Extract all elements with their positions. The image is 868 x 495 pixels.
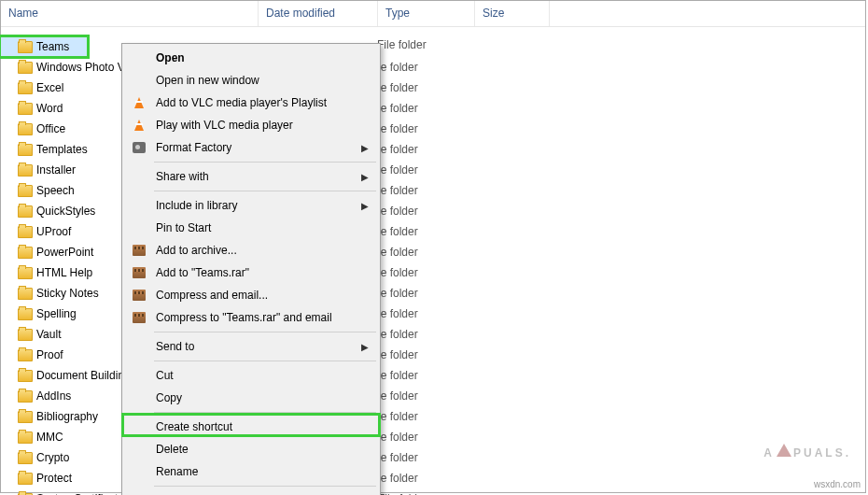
- type-cell: le folder: [378, 205, 475, 218]
- type-cell: le folder: [378, 451, 475, 464]
- folder-icon: [18, 103, 33, 115]
- folder-icon: [18, 62, 33, 74]
- list-item-teams[interactable]: Teams: [0, 36, 88, 57]
- menu-share-with[interactable]: Share with▶: [124, 165, 378, 188]
- file-name: Proof: [36, 348, 63, 361]
- type-cell: le folder: [378, 307, 475, 320]
- folder-icon: [18, 390, 33, 403]
- file-name: MMC: [36, 431, 63, 444]
- col-name[interactable]: Name: [1, 1, 259, 26]
- type-cell: le folder: [378, 348, 475, 361]
- menu-add-teams-rar[interactable]: Add to "Teams.rar": [124, 262, 378, 284]
- type-cell: le folder: [378, 431, 475, 444]
- menu-pin-start[interactable]: Pin to Start: [124, 217, 378, 239]
- type-cell: le folder: [378, 184, 475, 197]
- menu-cut[interactable]: Cut: [124, 364, 378, 387]
- winrar-icon: [132, 310, 147, 325]
- file-name: UProof: [36, 225, 71, 238]
- context-menu: Open Open in new window Add to VLC media…: [121, 43, 381, 495]
- menu-open[interactable]: Open: [124, 47, 378, 69]
- folder-icon: [18, 247, 33, 259]
- folder-icon: [18, 370, 33, 382]
- file-name: Windows Photo V: [36, 61, 125, 74]
- menu-open-new-window[interactable]: Open in new window: [124, 69, 378, 92]
- folder-icon: [18, 82, 33, 94]
- folder-icon: [18, 144, 33, 156]
- type-cell: le folder: [378, 328, 475, 341]
- menu-add-archive[interactable]: Add to archive...: [124, 239, 378, 262]
- folder-icon: [18, 226, 33, 238]
- menu-create-shortcut[interactable]: Create shortcut: [124, 416, 378, 438]
- type-cell: le folder: [378, 246, 475, 259]
- type-cell: le folder: [378, 163, 475, 177]
- col-type[interactable]: Type: [378, 1, 475, 26]
- file-name: Teams: [36, 40, 69, 53]
- folder-icon: [18, 288, 33, 300]
- column-headers: Name Date modified Type Size: [1, 1, 865, 27]
- type-cell: le folder: [378, 410, 475, 423]
- winrar-icon: [132, 288, 147, 303]
- menu-compress-teams-email[interactable]: Compress to "Teams.rar" and email: [124, 306, 378, 329]
- file-name: Document Buildin: [36, 369, 124, 382]
- type-cell: le folder: [378, 266, 475, 279]
- vlc-icon: [132, 118, 147, 133]
- menu-copy[interactable]: Copy: [124, 387, 378, 409]
- folder-icon: [18, 329, 33, 341]
- file-name: PowerPoint: [36, 246, 93, 259]
- file-name: Bibliography: [36, 410, 98, 423]
- file-name: QuickStyles: [36, 205, 95, 218]
- menu-separator: [154, 162, 376, 163]
- type-cell: le folder: [378, 389, 475, 403]
- chevron-right-icon: ▶: [361, 342, 369, 352]
- file-name: Office: [36, 122, 65, 135]
- file-name: Vault: [36, 328, 61, 341]
- menu-include-library[interactable]: Include in library▶: [124, 194, 378, 217]
- folder-icon: [18, 164, 33, 177]
- menu-format-factory[interactable]: Format Factory▶: [124, 136, 378, 159]
- file-name: Spelling: [36, 307, 77, 320]
- folder-icon: [18, 349, 33, 361]
- type-cell: le folder: [378, 81, 475, 94]
- file-name: Templates: [36, 143, 88, 156]
- menu-vlc-add[interactable]: Add to VLC media player's Playlist: [124, 92, 378, 114]
- chevron-right-icon: ▶: [361, 172, 369, 182]
- type-cell: le folder: [378, 287, 475, 300]
- file-name: HTML Help: [36, 266, 92, 279]
- folder-icon: [18, 411, 33, 423]
- format-factory-icon: [132, 140, 147, 155]
- file-name: Installer: [36, 163, 76, 177]
- menu-separator: [154, 332, 376, 332]
- file-name: AddIns: [36, 389, 71, 403]
- file-name: Speech: [36, 184, 75, 197]
- triangle-icon: [777, 444, 791, 457]
- type-cell: le folder: [378, 143, 475, 156]
- menu-vlc-play[interactable]: Play with VLC media player: [124, 114, 378, 136]
- menu-properties[interactable]: Properties: [124, 489, 378, 495]
- menu-send-to[interactable]: Send to▶: [124, 335, 378, 358]
- folder-icon: [18, 308, 33, 320]
- watermark-site: wsxdn.com: [814, 479, 861, 489]
- folder-icon: [18, 123, 33, 135]
- file-name: Word: [36, 102, 63, 115]
- menu-separator: [154, 486, 376, 487]
- menu-separator: [154, 412, 376, 413]
- type-cell: le folder: [378, 102, 475, 115]
- menu-separator: [154, 191, 376, 191]
- menu-rename[interactable]: Rename: [124, 460, 378, 483]
- watermark-brand: APUALS.: [763, 446, 851, 460]
- winrar-icon: [132, 265, 147, 280]
- type-cell: le folder: [378, 369, 475, 382]
- file-name: Excel: [36, 81, 63, 94]
- menu-delete[interactable]: Delete: [124, 438, 378, 460]
- type-cell: le folder: [378, 472, 475, 485]
- col-date[interactable]: Date modified: [259, 1, 378, 26]
- folder-icon: [18, 205, 33, 218]
- folder-icon: [18, 473, 33, 485]
- col-size[interactable]: Size: [475, 1, 550, 26]
- chevron-right-icon: ▶: [361, 143, 369, 153]
- type-cell: le folder: [378, 225, 475, 238]
- file-name: Crypto: [36, 451, 69, 464]
- menu-compress-email[interactable]: Compress and email...: [124, 284, 378, 306]
- menu-separator: [154, 361, 376, 361]
- file-name: Sticky Notes: [36, 287, 99, 300]
